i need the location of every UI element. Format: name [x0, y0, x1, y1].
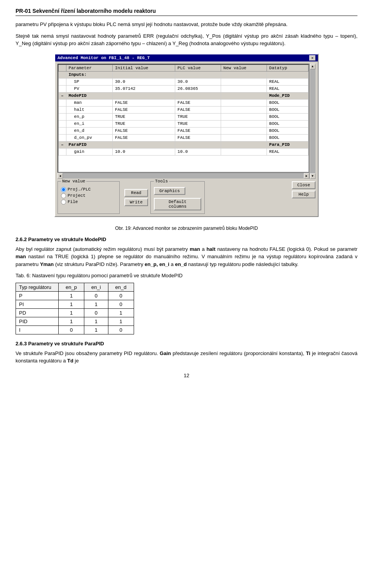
dialog-title: Advanced Monitor on FBI_1_48 - REG_T [58, 56, 150, 60]
scroll-h-track[interactable] [63, 173, 304, 178]
table-cell: FALSE [175, 99, 221, 106]
reg-table-cell: PI [16, 300, 59, 308]
table-cell: 35.07142 [112, 85, 175, 92]
radio-file[interactable] [61, 200, 66, 205]
table-cell [112, 141, 175, 148]
reg-table-cell: I [16, 326, 59, 334]
s262-bold2: halt [206, 246, 215, 252]
reg-table-cell: 0 [59, 326, 84, 334]
table-cell: en_i [66, 120, 112, 127]
table-row: d_on_pvFALSEFALSEBOOL [59, 134, 309, 141]
expand-cell [59, 113, 66, 120]
table-cell: gain [66, 148, 112, 155]
table-cell [221, 113, 267, 120]
reg-table-cell: 1 [108, 308, 134, 317]
table-cell: en_d [66, 127, 112, 134]
dialog-body: Parameter Initial value PLC value New va… [55, 61, 318, 216]
reg-col-type: Typ regulátoru [16, 283, 59, 291]
help-button[interactable]: Help [292, 191, 315, 198]
radio-proj-plc[interactable] [61, 187, 66, 192]
scroll-v-track[interactable] [310, 69, 315, 173]
expand-cell[interactable]: – [59, 92, 66, 99]
table-cell: SP [66, 78, 112, 85]
graphics-button[interactable]: Graphics [154, 187, 185, 195]
reg-table-cell: 0 [108, 326, 134, 334]
reg-table-cell: 1 [59, 308, 84, 317]
expand-cell [59, 85, 66, 92]
scroll-up-btn[interactable]: ▲ [310, 64, 315, 69]
reg-table-cell: 0 [108, 291, 134, 300]
table-cell: 30.0 [175, 78, 221, 85]
section-262-text: Aby byl regulátor zapnut (automatický re… [16, 245, 357, 268]
reg-table-row: P100 [16, 291, 134, 300]
table-cell [221, 71, 267, 78]
table-row: en_pTRUETRUEBOOL [59, 113, 309, 120]
table-cell [221, 106, 267, 113]
table-cell [267, 71, 308, 78]
section-263-text: Ve struktuře ParaPID jsou obsaženy param… [16, 350, 357, 365]
expand-cell [59, 120, 66, 127]
s262-text5: (viz strukturu ParaPID níže). Parametry [54, 261, 145, 267]
table-cell: REAL [267, 85, 308, 92]
table-row: gain10.010.0REAL [59, 148, 309, 155]
col-header-datatyp: Datatyp [267, 65, 308, 71]
expand-cell [59, 148, 66, 155]
table-row: SP30.030.0REAL [59, 78, 309, 85]
table-cell [221, 134, 267, 141]
table-cell: FALSE [112, 127, 175, 134]
regulator-type-table: Typ regulátoru en_p en_i en_d P100PI110P… [16, 283, 134, 334]
table-cell: FALSE [112, 134, 175, 141]
reg-table-cell: 0 [84, 291, 108, 300]
close-button[interactable]: Close [292, 181, 315, 189]
col-header-plc: PLC value [175, 65, 221, 71]
default-columns-button[interactable]: Default columns [154, 198, 201, 210]
reg-table-cell: 1 [84, 317, 108, 326]
table-cell: 30.0 [112, 78, 175, 85]
reg-table-row: I010 [16, 326, 134, 334]
table-cell: REAL [267, 78, 308, 85]
expand-cell [59, 71, 66, 78]
expand-cell[interactable]: – [59, 141, 66, 148]
expand-cell [59, 106, 66, 113]
radio-project[interactable] [61, 193, 66, 198]
s263-bold2: Ti [306, 350, 310, 356]
expand-cell [59, 99, 66, 106]
table-cell [112, 92, 175, 99]
reg-table-row: PD101 [16, 308, 134, 317]
horizontal-scrollbar[interactable]: ◄ ► [58, 173, 309, 179]
table-cell: BOOL [267, 120, 308, 127]
page-number: 12 [16, 373, 357, 378]
table-cell [221, 99, 267, 106]
table-cell [175, 141, 221, 148]
table-cell [221, 120, 267, 127]
table-row: manFALSEFALSEBOOL [59, 99, 309, 106]
table-header-row: Parameter Initial value PLC value New va… [59, 65, 309, 71]
scroll-down-btn[interactable]: ▼ [310, 173, 315, 179]
reg-table-cell: 1 [108, 317, 134, 326]
scroll-right-btn[interactable]: ► [304, 173, 309, 178]
table-cell: 26.08365 [175, 85, 221, 92]
table-cell [221, 78, 267, 85]
reg-col-eni: en_i [84, 283, 108, 291]
vertical-scrollbar[interactable]: ▲ ▼ [309, 64, 315, 179]
table-cell [112, 71, 175, 78]
reg-table-cell: 0 [84, 308, 108, 317]
read-button[interactable]: Read [124, 189, 148, 197]
reg-table-row: PI110 [16, 300, 134, 308]
s262-text3: nastaveny na hodnotu FALSE (logická 0). … [216, 246, 358, 252]
new-value-label: New value [61, 179, 86, 184]
radio-proj-plc-row: Proj./PLC [61, 187, 116, 192]
scroll-left-btn[interactable]: ◄ [58, 173, 63, 178]
col-header-parameter: Parameter [66, 65, 112, 71]
table-cell: 10.0 [175, 148, 221, 155]
table-cell [221, 141, 267, 148]
write-button[interactable]: Write [124, 198, 148, 206]
document-title: PR-01 Sekvenční řízení laboratorního mod… [16, 8, 357, 16]
s262-text1: Aby byl regulátor zapnut (automatický re… [16, 246, 190, 252]
table-cell: FALSE [175, 127, 221, 134]
monitor-table-area: Parameter Initial value PLC value New va… [58, 64, 309, 173]
dialog-close-button[interactable]: ✕ [309, 55, 315, 61]
table-cell: FALSE [112, 99, 175, 106]
table-cell: PV [66, 85, 112, 92]
table-cell: TRUE [112, 113, 175, 120]
